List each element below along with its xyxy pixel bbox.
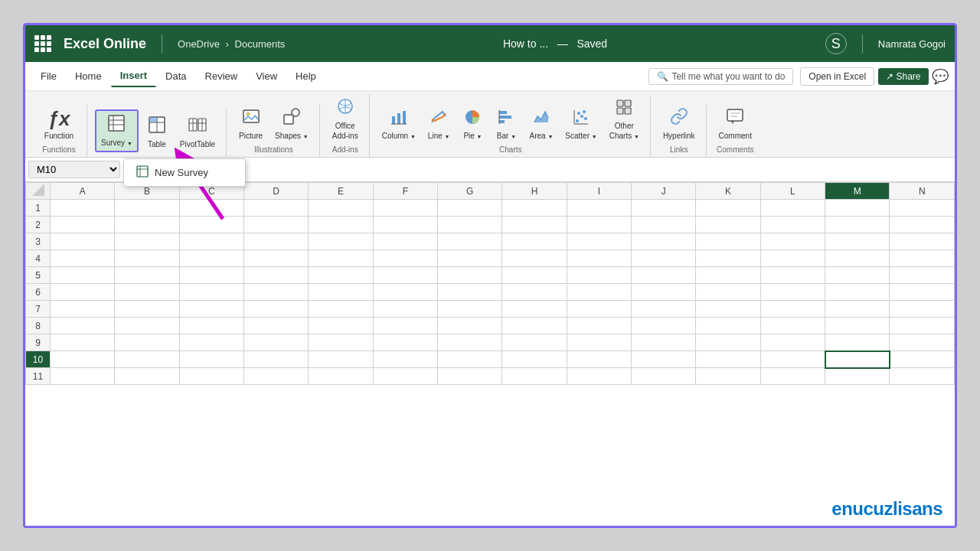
comment-icon[interactable]: 💬 [932, 68, 949, 85]
menu-home[interactable]: Home [66, 66, 111, 86]
menu-view[interactable]: View [247, 66, 286, 86]
survey-button[interactable]: Survey ▼ [95, 109, 139, 152]
svg-rect-7 [149, 117, 157, 122]
row-header-1: 1 [26, 200, 51, 217]
svg-rect-39 [617, 108, 623, 114]
scatter-chart-icon [573, 109, 590, 129]
cell-d1[interactable] [244, 200, 309, 217]
col-header-f[interactable]: F [373, 183, 437, 200]
col-header-d[interactable]: D [244, 183, 309, 200]
pivot-table-button[interactable]: PivotTable [175, 112, 220, 152]
col-header-h[interactable]: H [502, 183, 567, 200]
table-row: 5 [26, 267, 955, 284]
row-header-2: 2 [26, 217, 51, 233]
line-chart-button[interactable]: Line ▼ [423, 106, 455, 144]
column-chart-label: Column ▼ [382, 131, 416, 141]
table-row: 9 [26, 334, 955, 351]
svg-rect-38 [625, 100, 631, 106]
cell-l1[interactable] [760, 200, 825, 217]
shapes-button[interactable]: Shapes ▼ [270, 104, 313, 144]
menu-file[interactable]: File [31, 66, 66, 86]
table-row: 7 [26, 301, 955, 318]
shapes-icon [283, 107, 301, 129]
hyperlink-label: Hyperlink [663, 131, 695, 141]
ribbon-group-addins: OfficeAdd-ins Add-ins [322, 94, 370, 157]
svg-rect-40 [625, 108, 631, 114]
cell-f1[interactable] [373, 200, 437, 217]
picture-button[interactable]: Picture [234, 104, 267, 144]
col-header-g[interactable]: G [438, 183, 502, 200]
col-header-k[interactable]: K [696, 183, 760, 200]
function-button[interactable]: ƒx Function [38, 105, 80, 145]
ribbon-group-illustrations: Picture Shapes ▼ Illustrations [228, 104, 320, 157]
col-header-l[interactable]: L [760, 183, 825, 200]
table-row: 8 [26, 318, 955, 334]
pie-chart-button[interactable]: Pie ▼ [457, 106, 488, 144]
survey-icon [107, 114, 126, 136]
pivot-table-icon [188, 116, 207, 138]
cell-c1[interactable] [179, 200, 243, 217]
cell-h1[interactable] [502, 200, 567, 217]
row-header-3: 3 [26, 233, 51, 250]
cell-g1[interactable] [438, 200, 502, 217]
cell-a2[interactable] [51, 217, 115, 233]
bar-chart-button[interactable]: Bar ▼ [491, 106, 521, 144]
waffle-icon[interactable] [34, 35, 51, 52]
col-header-a[interactable]: A [51, 183, 115, 200]
cell-m10[interactable] [825, 351, 890, 368]
row-header-10: 10 [26, 351, 51, 368]
area-chart-button[interactable]: Area ▼ [524, 106, 557, 144]
svg-rect-0 [109, 116, 124, 131]
new-survey-item[interactable]: New Survey [124, 159, 245, 186]
pie-chart-label: Pie ▼ [463, 131, 482, 141]
menu-insert[interactable]: Insert [111, 65, 156, 87]
scatter-chart-button[interactable]: Scatter ▼ [560, 106, 601, 144]
new-survey-icon [136, 165, 149, 180]
tell-me-box[interactable]: 🔍 Tell me what you want to do [648, 68, 793, 85]
breadcrumb-documents[interactable]: Documents [235, 38, 286, 50]
cell-n1[interactable] [890, 200, 955, 217]
comment-icon2 [726, 107, 744, 129]
cell-b1[interactable] [115, 200, 179, 217]
hyperlink-button[interactable]: Hyperlink [658, 104, 700, 144]
svg-rect-45 [137, 166, 148, 177]
name-box[interactable]: M10 [28, 161, 120, 178]
comments-section-label: Comments [714, 144, 756, 154]
table-button[interactable]: Table [142, 112, 172, 152]
col-header-m[interactable]: M [825, 183, 890, 200]
user-name[interactable]: Namrata Gogoi [878, 38, 946, 50]
menu-data[interactable]: Data [156, 66, 195, 86]
cell-i1[interactable] [567, 200, 631, 217]
cell-k1[interactable] [696, 200, 760, 217]
open-excel-button[interactable]: Open in Excel [800, 67, 874, 86]
col-header-e[interactable]: E [309, 183, 373, 200]
menu-review[interactable]: Review [196, 66, 247, 86]
skype-icon[interactable]: S [825, 33, 847, 54]
column-chart-button[interactable]: Column ▼ [377, 106, 420, 144]
svg-point-34 [583, 110, 586, 113]
breadcrumb-arrow: › [226, 38, 232, 50]
cell-e1[interactable] [309, 200, 373, 217]
share-button[interactable]: ↗ Share [878, 68, 929, 85]
row-header-11: 11 [26, 368, 51, 385]
svg-point-32 [577, 112, 580, 115]
svg-point-17 [292, 109, 299, 116]
row-header-8: 8 [26, 318, 51, 334]
col-header-n[interactable]: N [890, 183, 955, 200]
col-header-i[interactable]: I [567, 183, 631, 200]
shapes-label: Shapes ▼ [275, 131, 309, 141]
office-addins-button[interactable]: OfficeAdd-ins [328, 94, 363, 144]
comment-button[interactable]: Comment [714, 104, 756, 144]
svg-point-31 [580, 115, 583, 118]
functions-section-label: Functions [38, 144, 80, 154]
sheet-table: A B C D E F G H I J K L M N [25, 182, 955, 385]
breadcrumb-onedrive[interactable]: OneDrive [178, 38, 220, 50]
menu-help[interactable]: Help [286, 66, 325, 86]
other-charts-button[interactable]: OtherCharts ▼ [605, 96, 644, 144]
cell-m1[interactable] [825, 200, 890, 217]
table-row: 3 [26, 233, 955, 250]
cell-j1[interactable] [632, 200, 696, 217]
cell-a1[interactable] [51, 200, 115, 217]
formula-bar[interactable] [130, 162, 955, 177]
col-header-j[interactable]: J [632, 183, 696, 200]
